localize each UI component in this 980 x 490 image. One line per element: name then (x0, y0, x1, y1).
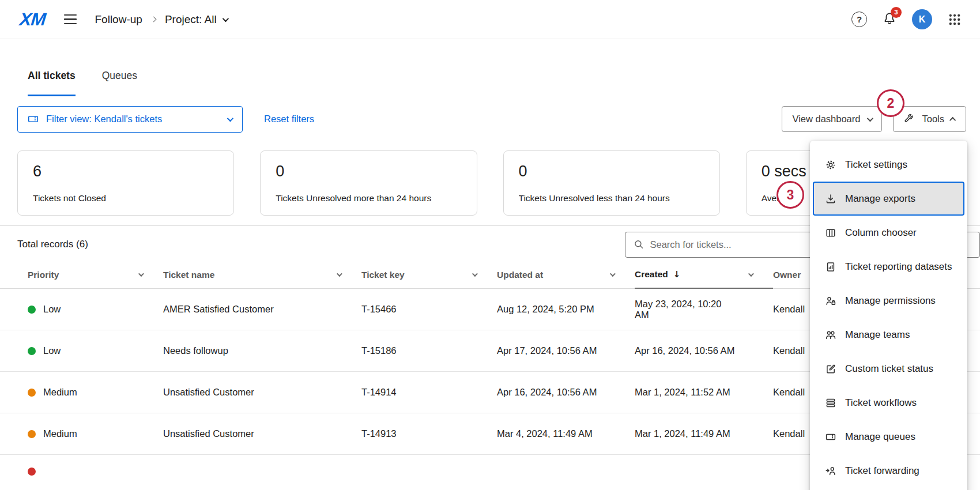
tools-label: Tools (922, 114, 944, 125)
stack-icon (825, 397, 836, 409)
column-header-updated-at[interactable]: Updated at (497, 269, 635, 288)
menu-item-custom-ticket-status[interactable]: Custom ticket status (810, 352, 967, 386)
tab-queues[interactable]: Queues (102, 70, 137, 96)
menu-item-manage-teams[interactable]: Manage teams (810, 318, 967, 352)
stat-label: Tickets not Closed (33, 193, 218, 203)
xm-logo[interactable]: XM (18, 9, 46, 30)
created-cell: Mar 1, 2024, 11:52 AM (635, 379, 773, 406)
created-cell: Mar 1, 2024, 11:49 AM (635, 420, 773, 447)
column-header-ticket-key[interactable]: Ticket key (361, 269, 497, 288)
filter-view-label: Filter view: Kendall's tickets (46, 114, 162, 125)
stat-card-not-closed: 6 Tickets not Closed (17, 150, 234, 216)
help-icon[interactable]: ? (851, 12, 867, 27)
ticket-key-cell: T-15466 (361, 296, 497, 323)
stat-card-unresolved-more-24h: 0 Tickets Unresolved more than 24 hours (260, 150, 477, 216)
columns-icon (825, 227, 836, 239)
ticket-key-cell: T-14914 (361, 379, 497, 406)
reset-filters-link[interactable]: Reset filters (264, 114, 314, 125)
annotation-step-3: 3 (777, 181, 804, 209)
chevron-down-icon (138, 271, 144, 277)
tab-bar: All tickets Queues (0, 39, 980, 96)
gear-icon (825, 159, 836, 171)
breadcrumb-project-label: Project: All (165, 13, 217, 26)
stat-value: 6 (33, 163, 218, 180)
filter-view-dropdown[interactable]: Filter view: Kendall's tickets (17, 106, 243, 133)
sort-descending-icon: ↓ (673, 269, 681, 280)
stat-card-unresolved-less-24h: 0 Tickets Unresolved less than 24 hours (503, 150, 720, 216)
total-records-label: Total records (6) (17, 239, 88, 250)
person-arrow-icon (825, 465, 836, 477)
updated-at-cell: Apr 17, 2024, 10:56 AM (497, 337, 635, 364)
stat-label: Tickets Unresolved less than 24 hours (519, 193, 704, 203)
search-icon (634, 239, 644, 250)
avatar[interactable]: K (912, 9, 932, 29)
created-cell: May 23, 2024, 10:20 AM (635, 291, 773, 329)
breadcrumb-followup[interactable]: Follow-up (95, 13, 142, 26)
tools-button[interactable]: Tools (893, 106, 966, 132)
report-icon (825, 261, 836, 273)
ticket-key-cell: T-14913 (361, 420, 497, 447)
priority-dot (28, 468, 36, 476)
app-grid-icon[interactable] (948, 13, 962, 27)
menu-item-manage-queues[interactable]: Manage queues (810, 420, 967, 454)
updated-at-cell: Apr 16, 2024, 10:56 AM (497, 379, 635, 406)
tools-menu: Ticket settings Manage exports Column ch… (810, 141, 967, 490)
filter-bar: Filter view: Kendall's tickets Reset fil… (0, 105, 980, 133)
menu-item-manage-permissions[interactable]: Manage permissions (810, 284, 967, 318)
tab-all-tickets[interactable]: All tickets (28, 70, 76, 96)
chevron-up-icon (949, 116, 956, 123)
updated-at-cell: Aug 12, 2024, 5:20 PM (497, 296, 635, 323)
breadcrumb: Follow-up Project: All (95, 13, 227, 26)
menu-item-column-chooser[interactable]: Column chooser (810, 216, 967, 250)
wrench-icon (903, 114, 915, 125)
created-cell: Apr 16, 2024, 10:56 AM (635, 337, 773, 364)
top-bar: XM Follow-up Project: All ? 3 (0, 0, 980, 39)
people-icon (825, 329, 836, 341)
chevron-down-icon (867, 115, 873, 121)
priority-label: Low (43, 304, 61, 315)
annotation-step-2: 2 (877, 89, 904, 117)
page: XM Follow-up Project: All ? 3 (0, 0, 980, 490)
column-header-ticket-name[interactable]: Ticket name (163, 269, 361, 288)
chevron-down-icon (610, 271, 616, 277)
ticket-key-cell: T-15186 (361, 337, 497, 364)
updated-at-cell: Mar 4, 2024, 11:49 AM (497, 420, 635, 447)
ticket-name-cell: Unsatisfied Customer (163, 379, 361, 406)
menu-item-ticket-reporting-datasets[interactable]: Ticket reporting datasets (810, 250, 967, 284)
view-dashboard-button[interactable]: View dashboard (782, 106, 882, 132)
chevron-down-icon (227, 115, 233, 121)
view-dashboard-label: View dashboard (792, 114, 860, 125)
edit-icon (825, 363, 836, 375)
person-lock-icon (825, 295, 836, 307)
chevron-down-icon (222, 15, 228, 21)
ticket-icon (825, 431, 836, 443)
stat-value: 0 (276, 163, 461, 180)
notification-badge: 3 (891, 7, 902, 18)
menu-item-manage-exports[interactable]: Manage exports (813, 182, 964, 216)
chevron-right-icon (150, 17, 156, 22)
priority-dot (28, 306, 36, 314)
ticket-name-cell: Unsatisfied Customer (163, 420, 361, 447)
priority-dot (28, 347, 36, 355)
chevron-down-icon (748, 271, 754, 277)
ticket-name-cell: AMER Satisfied Customer (163, 296, 361, 323)
chevron-down-icon (337, 271, 342, 277)
stat-label: Tickets Unresolved more than 24 hours (276, 193, 461, 203)
breadcrumb-project-dropdown[interactable]: Project: All (165, 13, 227, 26)
stat-value: 0 (519, 163, 704, 180)
notifications-bell-icon[interactable]: 3 (883, 12, 896, 28)
priority-label: Low (43, 345, 61, 356)
priority-label: Medium (43, 428, 77, 439)
column-header-created[interactable]: Created ↓ (635, 269, 773, 289)
priority-dot (28, 430, 36, 438)
ticket-icon (27, 113, 39, 125)
priority-dot (28, 389, 36, 397)
menu-item-ticket-settings[interactable]: Ticket settings (810, 148, 967, 182)
menu-item-ticket-forwarding[interactable]: Ticket forwarding (810, 454, 967, 488)
download-icon (825, 193, 836, 205)
priority-label: Medium (43, 387, 77, 398)
menu-item-ticket-workflows[interactable]: Ticket workflows (810, 386, 967, 420)
chevron-down-icon (472, 271, 478, 277)
column-header-priority[interactable]: Priority (28, 269, 163, 288)
hamburger-menu-icon[interactable] (62, 12, 79, 27)
